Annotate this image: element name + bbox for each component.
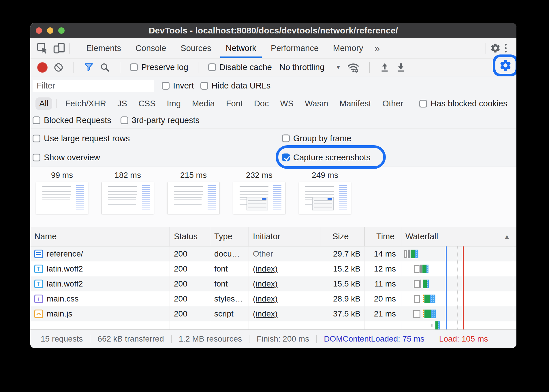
table-row[interactable]: main.css200styles…(index)28.9 kB20 ms	[30, 291, 516, 306]
chip-ws[interactable]: WS	[277, 97, 298, 110]
use-large-request-rows-checkbox[interactable]: Use large request rows	[33, 134, 130, 143]
capture-screenshots-checkbox[interactable]: Capture screenshots	[282, 153, 371, 162]
waterfall-box-bar	[404, 250, 407, 258]
page-screenshot-thumbnail[interactable]	[299, 182, 351, 214]
chip-wasm[interactable]: Wasm	[301, 97, 332, 110]
tab-performance[interactable]: Performance	[264, 38, 326, 58]
checkbox[interactable]	[33, 154, 40, 161]
chip-css[interactable]: CSS	[135, 97, 159, 110]
search-icon[interactable]	[100, 62, 110, 73]
column-header-type[interactable]: Type	[210, 227, 249, 246]
clear-network-log-icon[interactable]	[53, 62, 64, 73]
preserve-log-checkbox[interactable]: Preserve log	[130, 63, 188, 72]
initiator-link[interactable]: (index)	[253, 279, 278, 289]
chip-fetch-xhr[interactable]: Fetch/XHR	[61, 97, 110, 110]
page-screenshot-thumbnail[interactable]	[102, 182, 154, 214]
import-har-icon[interactable]	[379, 62, 390, 73]
tab-memory[interactable]: Memory	[326, 38, 371, 58]
close-window-button[interactable]	[36, 27, 42, 34]
throttling-select[interactable]: No throttling ▼	[279, 63, 341, 72]
invert-checkbox[interactable]: Invert	[162, 81, 194, 91]
checkbox[interactable]	[33, 135, 40, 142]
show-overview-checkbox[interactable]: Show overview	[33, 153, 100, 162]
divider	[316, 335, 317, 343]
name-cell: main.css	[30, 291, 170, 306]
more-tabs-chevron-icon[interactable]: »	[371, 43, 384, 54]
tab-sources[interactable]: Sources	[173, 38, 218, 58]
record-network-log-button[interactable]	[37, 62, 48, 73]
chip-media[interactable]: Media	[188, 97, 219, 110]
table-row[interactable]	[30, 321, 516, 329]
chip-img[interactable]: Img	[163, 97, 185, 110]
thumbnail-table-block	[312, 197, 334, 210]
initiator-link[interactable]: (index)	[253, 264, 278, 274]
kebab-menu-icon[interactable]	[501, 44, 511, 52]
initiator-text: Other	[253, 249, 273, 259]
tab-network[interactable]: Network	[219, 38, 264, 58]
device-toolbar-icon[interactable]	[53, 42, 65, 54]
chip-manifest[interactable]: Manifest	[336, 97, 375, 110]
time-cell: 21 ms	[365, 306, 401, 321]
chip-doc[interactable]: Doc	[250, 97, 273, 110]
settings-gear-icon[interactable]	[490, 43, 501, 54]
grid-line	[457, 246, 458, 329]
column-header-initiator[interactable]: Initiator	[249, 227, 321, 246]
settings-grid: Use large request rows Group by frame Sh…	[30, 129, 516, 167]
summary-item: 662 kB transferred	[97, 334, 164, 344]
column-header-status[interactable]: Status	[170, 227, 210, 246]
inspect-element-icon[interactable]	[36, 42, 49, 54]
chip-font[interactable]: Font	[222, 97, 247, 110]
waterfall-blue-bar	[415, 250, 418, 258]
checkbox-checked[interactable]	[282, 154, 290, 161]
table-row[interactable]: reference/200docu…Other29.7 kB14 ms	[30, 246, 516, 261]
waterfall-blue-bar	[431, 310, 436, 318]
resource-type-filter-row: AllFetch/XHRJSCSSImgMediaFontDocWSWasmMa…	[30, 95, 516, 112]
checkbox[interactable]	[162, 82, 170, 90]
filter-input[interactable]	[33, 80, 154, 92]
checkbox[interactable]	[33, 116, 40, 124]
checkbox[interactable]	[121, 116, 128, 124]
tab-elements[interactable]: Elements	[79, 38, 128, 58]
chip-js[interactable]: JS	[114, 97, 131, 110]
column-header-name[interactable]: Name	[30, 227, 170, 246]
page-screenshot-thumbnail[interactable]	[36, 182, 88, 214]
sort-ascending-icon[interactable]: ▲	[504, 233, 510, 240]
chip-other[interactable]: Other	[379, 97, 407, 110]
table-row[interactable]: main.js200script(index)37.5 kB21 ms	[30, 306, 516, 321]
has-blocked-cookies-checkbox[interactable]: Has blocked cookies	[419, 99, 507, 108]
network-settings-pane: Invert Hide data URLs AllFetch/XHRJSCSSI…	[30, 76, 516, 167]
checkbox[interactable]	[208, 63, 216, 71]
checkbox[interactable]	[200, 82, 208, 90]
chip-all[interactable]: All	[35, 97, 52, 110]
group-by-frame-checkbox[interactable]: Group by frame	[282, 134, 351, 143]
blocked-requests-checkbox[interactable]: Blocked Requests	[33, 116, 111, 125]
network-conditions-icon[interactable]	[347, 62, 360, 73]
column-header-waterfall[interactable]: Waterfall▲	[401, 227, 516, 246]
tab-console[interactable]: Console	[128, 38, 173, 58]
hide-data-urls-checkbox[interactable]: Hide data URLs	[200, 81, 271, 91]
initiator-link[interactable]: (index)	[253, 309, 278, 318]
column-header-size[interactable]: Size	[321, 227, 365, 246]
zoom-window-button[interactable]	[58, 27, 65, 34]
filter-funnel-icon[interactable]	[84, 62, 94, 73]
checkbox[interactable]	[130, 63, 138, 71]
export-har-icon[interactable]	[396, 62, 406, 73]
devtools-tabbar: ElementsConsoleSourcesNetworkPerformance…	[30, 38, 516, 59]
page-screenshot-thumbnail[interactable]	[233, 182, 285, 214]
initiator-link[interactable]: (index)	[253, 294, 278, 304]
checkbox[interactable]	[282, 135, 290, 142]
blocked-requests-label: Blocked Requests	[44, 116, 111, 125]
minimize-window-button[interactable]	[47, 27, 53, 34]
table-row[interactable]: latin.woff2200font(index)15.5 kB11 ms	[30, 276, 516, 291]
waterfall-green-bar	[424, 310, 431, 318]
table-row[interactable]: latin.woff2200font(index)15.2 kB12 ms	[30, 261, 516, 276]
checkbox[interactable]	[419, 100, 427, 108]
third-party-requests-checkbox[interactable]: 3rd-party requests	[121, 116, 200, 125]
disable-cache-checkbox[interactable]: Disable cache	[208, 63, 272, 72]
column-header-time[interactable]: Time	[365, 227, 401, 246]
network-settings-gear-button[interactable]	[499, 59, 512, 72]
size-cell: 28.9 kB	[321, 291, 365, 306]
page-screenshot-thumbnail[interactable]	[168, 182, 219, 214]
waterfall-box-bar	[414, 265, 420, 273]
empty-cell	[30, 321, 170, 329]
